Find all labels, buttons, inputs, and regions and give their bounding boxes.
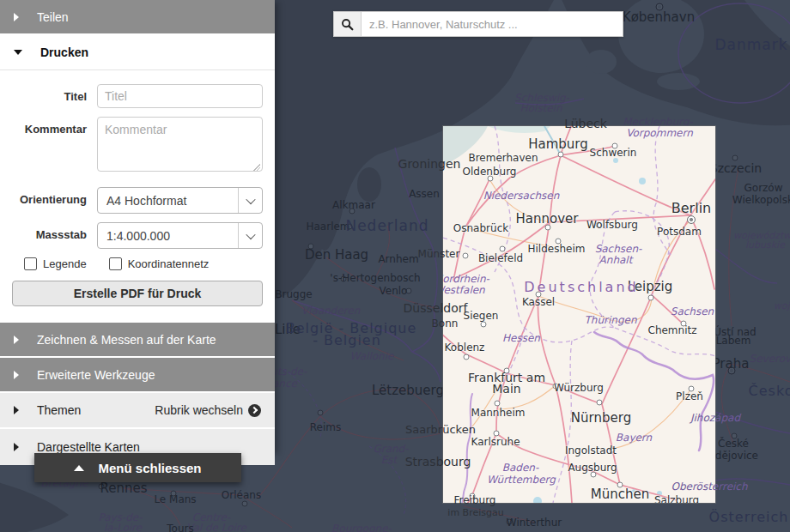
map-label: woj. xyxy=(774,301,790,311)
map-label: Bremerhaven xyxy=(468,153,538,163)
map-label: Bayern xyxy=(616,432,652,443)
map-label: Württemberg xyxy=(487,475,556,485)
map-label: Plzeň xyxy=(676,391,703,402)
panel-label: Drucken xyxy=(40,45,88,59)
close-menu-button[interactable]: Menü schliessen xyxy=(34,453,241,482)
chevron-right-icon xyxy=(14,371,19,379)
map-city-marker xyxy=(500,246,506,252)
map-label: Venlo xyxy=(380,286,408,296)
map-label: Salzburg xyxy=(654,495,699,503)
map-label: Brugge xyxy=(275,289,312,299)
panel-label: Zeichnen & Messen auf der Karte xyxy=(37,333,216,347)
print-preview-extent[interactable]: HamburgSchwerinBremerhavenOldenburgBerli… xyxy=(443,126,715,503)
map-label: Reims xyxy=(310,422,341,432)
map-label: Hannover xyxy=(516,213,579,226)
create-pdf-button[interactable]: Erstelle PDF für Druck xyxy=(12,281,263,306)
map-label: Ingolstadt xyxy=(565,445,617,456)
map-label: Westfalen xyxy=(443,285,485,295)
panel-label: Erweiterte Werkzeuge xyxy=(37,368,155,382)
map-label: Potsdam xyxy=(657,227,702,237)
map-label: Praha xyxy=(713,358,750,371)
search-bar xyxy=(333,11,623,37)
map-label: Karlsruhe xyxy=(471,437,520,447)
panel-header-erweitert[interactable]: Erweiterte Werkzeuge xyxy=(0,358,275,391)
koordinatennetz-checkbox[interactable]: Koordinatennetz xyxy=(109,257,210,270)
rubrik-wechseln-label: Rubrik wechseln xyxy=(155,403,243,417)
chevron-down-icon xyxy=(238,223,262,248)
orientierung-select[interactable]: A4 Hochformat xyxy=(97,187,263,214)
rubrik-wechseln-link[interactable]: Rubrik wechseln xyxy=(155,403,261,417)
map-city-marker xyxy=(495,401,501,407)
map-label: Chemnitz xyxy=(648,325,697,336)
map-label: Kassel xyxy=(522,297,555,307)
map-city-marker xyxy=(558,152,564,158)
map-label: Mannheim xyxy=(471,408,526,418)
map-label: Haarlem xyxy=(306,221,349,232)
map-label: Lëtzebuerg xyxy=(372,384,444,397)
map-label: Est xyxy=(381,455,398,465)
panel-header-drucken[interactable]: Drucken xyxy=(0,35,275,70)
koordinatennetz-label: Koordinatennetz xyxy=(128,257,210,270)
map-label: lubuskie xyxy=(745,240,785,250)
map-label: Grand- xyxy=(373,444,408,454)
map-label: Tours xyxy=(167,523,193,532)
map-label: Anhalt xyxy=(599,255,633,265)
chevron-right-icon xyxy=(14,406,19,414)
map-label: Wielkopolski xyxy=(732,195,790,205)
map-label: Nordrhein- xyxy=(443,274,489,284)
massstab-select[interactable]: 1:4.000.000 xyxy=(97,222,263,249)
map-label: Bourgogne- xyxy=(331,523,392,532)
map-label: Augsburg xyxy=(568,462,617,473)
kommentar-textarea[interactable] xyxy=(97,117,263,172)
panel-label: Dargestellte Karten xyxy=(37,440,140,454)
map-label: 's-Hertogenbosch xyxy=(330,273,420,283)
panel-header-themen[interactable]: Themen Rubrik wechseln xyxy=(0,393,275,427)
map-label: Nürnberg xyxy=(571,412,631,425)
legende-label: Legende xyxy=(43,257,87,270)
map-city-marker xyxy=(597,400,603,406)
panel-header-teilen[interactable]: Teilen xyxy=(0,0,275,33)
map-label: Szczecin xyxy=(710,162,762,174)
sidebar-menu: Teilen Drucken Titel Kommentar Orientier… xyxy=(0,0,275,452)
map-label: Siegen xyxy=(464,311,499,321)
orientierung-label: Orientierung xyxy=(0,187,97,214)
search-input[interactable] xyxy=(362,12,623,36)
resize-grip-icon[interactable] xyxy=(253,164,260,171)
search-icon[interactable] xyxy=(334,12,362,36)
app-window: KøbenhavnDanmarkSchleswig-HolsteinMeckle… xyxy=(0,0,790,532)
map-city-marker xyxy=(470,493,476,499)
map-label: Gorzów xyxy=(744,183,782,193)
map-label: München xyxy=(591,488,649,501)
map-label: Baden- xyxy=(502,462,539,473)
map-label: Niedersachsen xyxy=(483,190,560,201)
titel-label: Titel xyxy=(0,84,97,108)
map-label: Main xyxy=(492,383,520,395)
legende-checkbox[interactable]: Legende xyxy=(24,257,87,270)
chevron-down-icon xyxy=(238,188,262,213)
map-label: Česko xyxy=(749,384,790,398)
panel-label: Teilen xyxy=(37,10,69,24)
map-label: Val de Loire xyxy=(186,523,246,532)
map-label: Den Haag xyxy=(305,249,368,262)
map-label: Nederland xyxy=(345,219,428,233)
map-label: Rennes xyxy=(100,482,147,495)
arrow-right-circle-icon xyxy=(248,404,261,417)
map-city-marker xyxy=(732,155,738,161)
map-city-marker xyxy=(687,215,696,224)
map-city-marker xyxy=(481,322,487,328)
map-label: Alkmaar xyxy=(332,200,375,210)
map-label: Bielefeld xyxy=(478,253,523,263)
titel-input[interactable] xyxy=(97,84,263,108)
map-label: Oldenburg xyxy=(463,166,517,177)
massstab-label: Massstab xyxy=(0,222,97,249)
massstab-value: 1:4.000.000 xyxy=(98,223,238,248)
panel-label: Themen xyxy=(37,403,81,417)
map-city-marker xyxy=(648,295,654,301)
map-label: Orléans xyxy=(222,490,261,500)
map-label: Wallonie xyxy=(350,351,394,361)
panel-header-zeichnen[interactable]: Zeichnen & Messen auf der Karte xyxy=(0,323,275,356)
map-label: Hessen xyxy=(502,333,540,343)
map-label: Le Mans xyxy=(154,494,196,505)
map-label: Würzburg xyxy=(554,383,604,393)
chevron-right-icon xyxy=(14,336,19,344)
